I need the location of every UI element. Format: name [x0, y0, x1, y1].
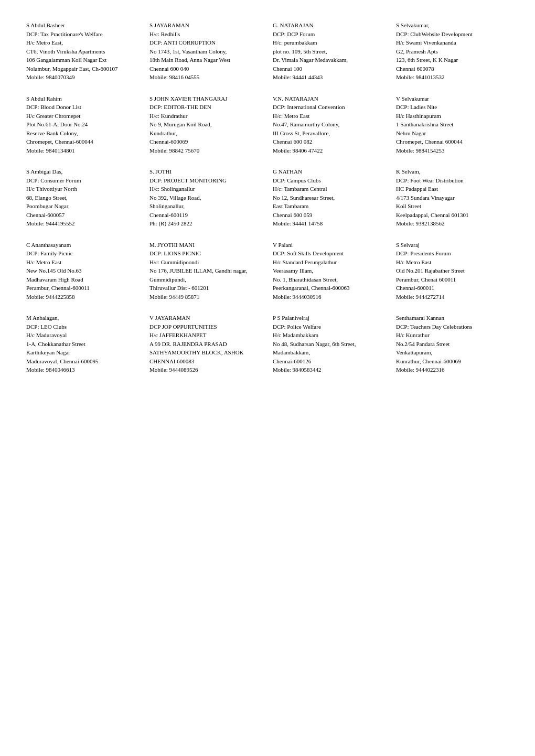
entry-detail: Perambur, Chenai 600011	[396, 275, 505, 284]
entry-detail: Chennai 600 059	[273, 211, 381, 220]
entry-detail: Gummidipundi,	[149, 275, 258, 284]
entry-detail: Nolambur, Mogappair East, Ch-600107	[26, 64, 135, 73]
entry-detail: Chennai-600126	[273, 357, 381, 366]
entry-detail: Mobile: 9840134801	[26, 146, 135, 155]
entry-detail: H/c Metro East	[396, 258, 505, 267]
directory-column-2: G. NATARAJANDCP: DCP ForumH/c: perumbakk…	[273, 21, 386, 387]
entry-detail: Maduravoyal, Chennai-600095	[26, 357, 135, 366]
entry-detail: No 176, JUBILEE ILLAM, Gandhi nagar,	[149, 266, 258, 275]
entry-detail: DCP: LIONS PICNIC	[149, 249, 258, 258]
entry-name: S JOHN XAVIER THANGARAJ	[149, 94, 258, 103]
entry-detail: Mobile: 9841013532	[396, 73, 505, 82]
entry-detail: H/c Metro East,	[26, 38, 135, 47]
directory-entry: V JAYARAMANDCP JOP OPPURTUNITIESH/c JAFF…	[149, 314, 262, 374]
entry-detail: 18th Main Road, Anna Nagar West	[149, 56, 258, 64]
entry-name: P S Palanivelraj	[273, 314, 381, 322]
entry-detail: plot no. 109, 5th Street,	[273, 47, 381, 56]
entry-detail: No. 1, Bharathidasan Street,	[273, 275, 381, 284]
entry-detail: III Cross St, Peravallore,	[273, 129, 381, 138]
entry-detail: CT6, Vinoth Viruksha Apartments	[26, 47, 135, 56]
entry-detail: No 9, Murugan Koil Road,	[149, 120, 258, 129]
entry-detail: Reserve Bank Colony,	[26, 129, 135, 138]
entry-detail: 1 Santhanakrishna Street	[396, 120, 505, 129]
entry-detail: H/c: perumbakkam	[273, 38, 381, 47]
entry-detail: H/c Hasthinapuram	[396, 112, 505, 121]
directory-column-3: S Selvakumar,DCP: ClubWebsite Developmen…	[396, 21, 509, 387]
entry-name: M. JYOTHI MANI	[149, 241, 258, 250]
entry-detail: H/c: Redhills	[149, 30, 258, 39]
entry-name: S Abdul Rahim	[26, 94, 135, 103]
directory-entry: P S PalanivelrajDCP: Police WelfareH/c M…	[273, 314, 386, 374]
entry-name: G. NATARAJAN	[273, 21, 381, 30]
directory-entry: S Selvakumar,DCP: ClubWebsite Developmen…	[396, 21, 509, 82]
entry-detail: DCP: ANTI CORRUPTION	[149, 38, 258, 47]
entry-detail: 4/173 Sundara Vinayagar	[396, 193, 505, 202]
entry-detail: DCP: Campus Clubs	[273, 176, 381, 185]
directory-entry: G. NATARAJANDCP: DCP ForumH/c: perumbakk…	[273, 21, 386, 82]
entry-name: K Selvam,	[396, 167, 505, 176]
entry-detail: H/c Madambakkam	[273, 331, 381, 340]
entry-detail: 106 Gangaiamman Koil Nagar Ext	[26, 56, 135, 64]
entry-detail: DCP: ClubWebsite Development	[396, 30, 505, 39]
entry-detail: Sholinganallur,	[149, 202, 258, 211]
entry-detail: Chennai-600057	[26, 211, 135, 220]
entry-detail: Old No.201 Rajabather Street	[396, 266, 505, 275]
directory-entry: S SelvarajDCP: Presidents ForumH/c Metro…	[396, 241, 509, 301]
entry-detail: Mobile: 9382138562	[396, 219, 505, 228]
entry-name: C Ananthasayanam	[26, 241, 135, 250]
entry-name: V JAYARAMAN	[149, 314, 258, 322]
entry-detail: H/c: Sholinganallur	[149, 185, 258, 193]
directory-entry: S. JOTHIDCP: PROJECT MONITORINGH/c: Shol…	[149, 167, 262, 228]
entry-detail: DCP: Consumer Forum	[26, 176, 135, 185]
entry-detail: Mobile: 9444089526	[149, 365, 258, 374]
entry-detail: Mobile: 9444030916	[273, 293, 381, 301]
entry-detail: Mobile: 9840070349	[26, 73, 135, 82]
entry-name: S Selvakumar,	[396, 21, 505, 30]
entry-detail: New No.145 Old No.63	[26, 266, 135, 275]
entry-detail: H/c Thivottiyur North	[26, 185, 135, 193]
entry-detail: Chennai 600 040	[149, 64, 258, 73]
entry-detail: Poombugar Nagar,	[26, 202, 135, 211]
directory-entry: S Abdul BasheerDCP: Tax Practitionare's …	[26, 21, 139, 82]
entry-name: S. JOTHI	[149, 167, 258, 176]
entry-detail: Chennai-600119	[149, 211, 258, 220]
entry-detail: DCP: Police Welfare	[273, 322, 381, 331]
entry-detail: H/c Standard Perungalathur	[273, 258, 381, 267]
entry-detail: Mobile: 9884154253	[396, 146, 505, 155]
entry-detail: No 12, Sundharesar Street,	[273, 193, 381, 202]
directory-entry: C AnanthasayanamDCP: Family PicnicH/c Me…	[26, 241, 139, 301]
entry-name: S JAYARAMAN	[149, 21, 258, 30]
directory-entry: S Ambigai Das,DCP: Consumer ForumH/c Thi…	[26, 167, 139, 228]
entry-detail: SATHYAMOORTHY BLOCK, ASHOK	[149, 348, 258, 357]
entry-detail: A 99 DR. RAJENDRA PRASAD	[149, 340, 258, 349]
entry-detail: Madambakkam,	[273, 348, 381, 357]
entry-detail: Mobile: 9444195552	[26, 219, 135, 228]
entry-detail: Mobile: 94449 85871	[149, 293, 258, 301]
entry-detail: Chennai-600069	[149, 137, 258, 146]
entry-detail: DCP: Soft Skills Development	[273, 249, 381, 258]
directory-column-1: S JAYARAMANH/c: RedhillsDCP: ANTI CORRUP…	[149, 21, 262, 387]
entry-detail: DCP: Family Picnic	[26, 249, 135, 258]
directory-entry: K Selvam,DCP: Foot Wear DistributionHC P…	[396, 167, 509, 228]
entry-detail: H/c Metro East	[26, 258, 135, 267]
entry-detail: G2, Pramesh Apts	[396, 47, 505, 56]
entry-detail: Ph: (R) 2450 2822	[149, 219, 258, 228]
entry-name: S Selvaraj	[396, 241, 505, 250]
entry-detail: DCP: Presidents Forum	[396, 249, 505, 258]
entry-name: V.N. NATARAJAN	[273, 94, 381, 103]
entry-detail: Mobile: 9444272714	[396, 293, 505, 301]
entry-detail: Mobile: 98842 75670	[149, 146, 258, 155]
entry-detail: Kundrathur,	[149, 129, 258, 138]
entry-detail: No 1743, 1st, Vasantham Colony,	[149, 47, 258, 56]
entry-detail: DCP JOP OPPURTUNITIES	[149, 322, 258, 331]
entry-detail: H/c Swami Vivenkananda	[396, 38, 505, 47]
directory-entry: V SelvakumarDCP: Ladies NiteH/c Hasthina…	[396, 94, 509, 155]
entry-detail: Chromepet, Chennai-600044	[26, 137, 135, 146]
directory-entry: G NATHANDCP: Campus ClubsH/c: Tambaram C…	[273, 167, 386, 228]
entry-detail: H/c Maduravoyal	[26, 331, 135, 340]
directory-entry: V.N. NATARAJANDCP: International Convent…	[273, 94, 386, 155]
entry-detail: H/c: Metro East	[273, 112, 381, 121]
entry-detail: Madhavaram High Road	[26, 275, 135, 284]
entry-detail: HC Padappai East	[396, 185, 505, 193]
entry-name: Senthamarai Kannan	[396, 314, 505, 322]
